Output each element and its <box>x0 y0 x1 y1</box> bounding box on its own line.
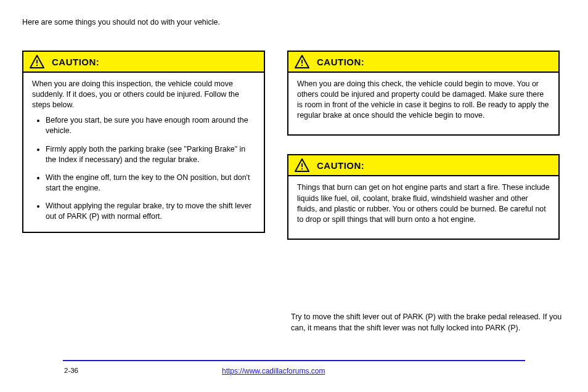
intro-text: Here are some things you should not do w… <box>22 17 565 28</box>
footer-divider <box>63 360 525 361</box>
caution-body-1: When you are doing this check, the vehic… <box>288 73 558 134</box>
caution-header: CAUTION: <box>288 155 558 176</box>
caution-body-text: Things that burn can get on hot engine p… <box>297 182 550 224</box>
caution-body-text: When you are doing this check, the vehic… <box>297 79 550 121</box>
footer-link[interactable]: https://www.cadillacforums.com <box>222 367 325 375</box>
page-number: 2-36 <box>64 367 78 374</box>
caution-title: CAUTION: <box>52 57 99 67</box>
caution-list-item: Before you start, be sure you have enoug… <box>46 115 255 136</box>
svg-rect-5 <box>301 168 303 169</box>
caution-body-2: When you are doing this inspection, the … <box>23 73 264 232</box>
caution-box-2: CAUTION: When you are doing this inspect… <box>22 51 265 233</box>
svg-rect-0 <box>36 60 38 63</box>
caution-header: CAUTION: <box>288 52 558 73</box>
svg-rect-4 <box>301 163 303 167</box>
warning-triangle-icon <box>30 55 44 68</box>
caution-boxes-container: CAUTION: When you are doing this inspect… <box>22 51 565 240</box>
caution-title: CAUTION: <box>317 160 364 171</box>
caution-body-3: Things that burn can get on hot engine p… <box>288 176 558 238</box>
caution-list-item: With the engine off, turn the key to the… <box>46 173 255 194</box>
caution-title: CAUTION: <box>317 57 364 67</box>
caution-list-item: Firmly apply both the parking brake (see… <box>46 144 255 165</box>
caution-header: CAUTION: <box>23 52 264 73</box>
caution-box-3: CAUTION: Things that burn can get on hot… <box>287 154 560 239</box>
svg-rect-1 <box>36 65 38 66</box>
outro-text: Try to move the shift lever out of PARK … <box>291 312 565 333</box>
warning-triangle-icon <box>295 55 309 68</box>
caution-box-1: CAUTION: When you are doing this check, … <box>287 51 560 136</box>
caution-lead: When you are doing this inspection, the … <box>32 79 255 110</box>
warning-triangle-icon <box>295 158 309 172</box>
svg-rect-3 <box>301 65 303 66</box>
outro-paragraph: Try to move the shift lever out of PARK … <box>291 312 565 333</box>
svg-rect-2 <box>301 60 303 63</box>
caution-list-item: Without applying the regular brake, try … <box>46 201 255 222</box>
